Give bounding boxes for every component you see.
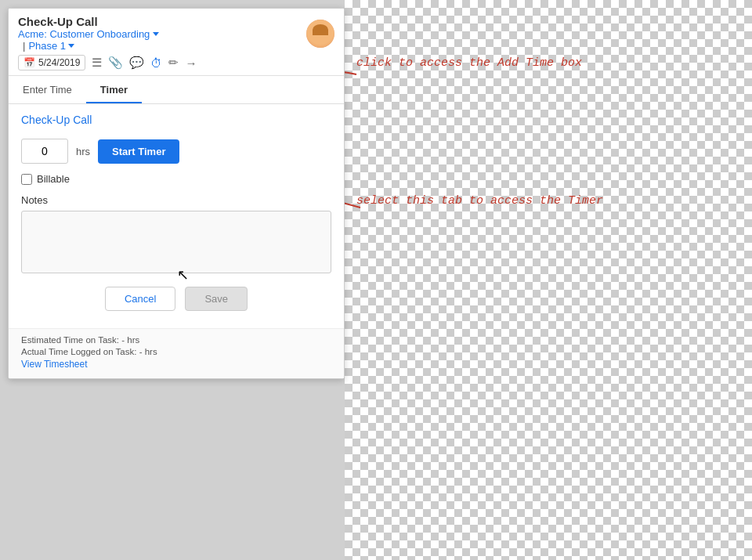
mouse-cursor: ↖: [177, 266, 189, 284]
billable-row: Billable: [21, 173, 331, 185]
phase-dropdown-icon[interactable]: [68, 44, 74, 48]
clock-icon[interactable]: ⏱: [150, 56, 162, 70]
billable-checkbox[interactable]: [21, 174, 32, 185]
annotation-add-time: click to access the Add Time box: [356, 56, 582, 70]
forward-arrow-icon[interactable]: →: [185, 56, 197, 70]
tab-enter-time[interactable]: Enter Time: [9, 78, 86, 103]
background-checkerboard: [345, 0, 752, 560]
time-entry-card: Check-Up Call Acme: Customer Onboarding …: [8, 8, 345, 379]
annotation-timer-tab: select this tab to access the Timer: [356, 194, 603, 208]
action-buttons: Cancel Save: [21, 287, 331, 311]
notes-label: Notes: [21, 194, 331, 206]
card-header: Check-Up Call Acme: Customer Onboarding …: [9, 9, 344, 76]
breadcrumb: Acme: Customer Onboarding: [18, 28, 159, 40]
actual-time: Actual Time Logged on Task: - hrs: [21, 347, 331, 356]
phase-selector[interactable]: Phase 1: [28, 40, 74, 52]
toolbar-row: 📅 5/24/2019 ☰ 📎 💬 ⏱ ✏ →: [18, 55, 334, 70]
timer-row: hrs Start Timer: [21, 139, 331, 164]
notes-textarea[interactable]: [21, 211, 331, 273]
start-timer-button[interactable]: Start Timer: [98, 139, 179, 164]
card-body: Check-Up Call hrs Start Timer Billable N…: [9, 104, 344, 328]
project-link[interactable]: Acme: Customer Onboarding: [18, 28, 150, 40]
paperclip-icon[interactable]: 📎: [108, 56, 123, 70]
hrs-label: hrs: [76, 146, 90, 157]
tab-timer[interactable]: Timer: [86, 78, 142, 103]
avatar-face: [306, 20, 334, 48]
task-name-link[interactable]: Check-Up Call: [21, 114, 331, 126]
cancel-button[interactable]: Cancel: [105, 287, 175, 311]
phase-label: Phase 1: [28, 40, 66, 52]
project-dropdown-icon[interactable]: [153, 32, 159, 36]
phase-line: | Phase 1: [18, 40, 159, 52]
comment-icon[interactable]: 💬: [129, 56, 144, 70]
hours-input[interactable]: [21, 139, 68, 164]
calendar-icon: 📅: [24, 57, 35, 68]
date-field[interactable]: 📅 5/24/2019: [18, 55, 85, 70]
billable-label: Billable: [37, 173, 70, 185]
card-footer: Estimated Time on Task: - hrs Actual Tim…: [9, 328, 344, 378]
toolbar-icons: ☰ 📎 💬 ⏱ ✏ →: [92, 56, 197, 70]
checklist-icon[interactable]: ☰: [92, 56, 102, 70]
estimated-time: Estimated Time on Task: - hrs: [21, 335, 331, 345]
tabs-bar: Enter Time Timer: [9, 78, 344, 104]
card-title: Check-Up Call: [18, 15, 159, 28]
view-timesheet-link[interactable]: View Timesheet: [21, 359, 331, 370]
avatar: [306, 20, 334, 48]
save-button[interactable]: Save: [185, 287, 248, 311]
date-value: 5/24/2019: [38, 57, 80, 68]
pencil-icon[interactable]: ✏: [168, 56, 179, 70]
